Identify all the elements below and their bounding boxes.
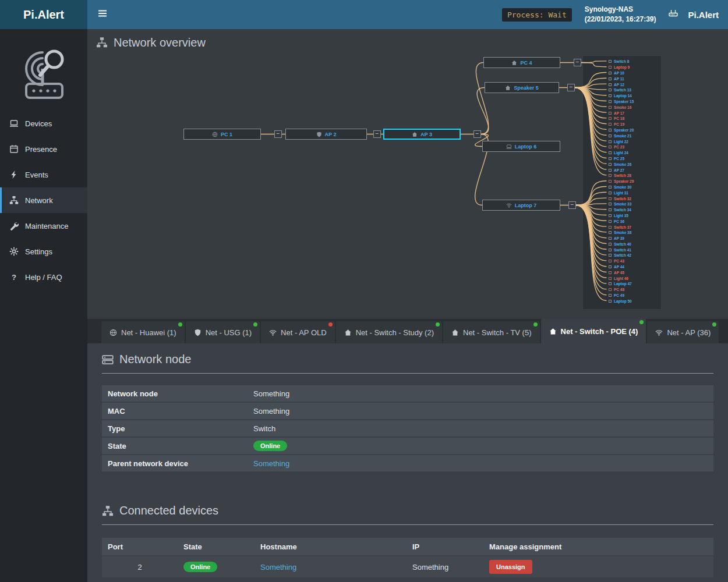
device-list-item[interactable]: AP 44 [583,264,661,270]
tab-net-ap-old[interactable]: Net - AP OLD [261,321,335,343]
laptop-icon [506,144,512,150]
device-icon [609,288,612,291]
device-list-item[interactable]: Light 35 [583,213,661,219]
sidebar-item-presence[interactable]: Presence [0,136,87,162]
device-icon [609,83,612,86]
device-list-item[interactable]: PC 48 [583,287,661,293]
device-list-item[interactable]: Speaker 20 [583,127,661,133]
manage-cell: Unassign [483,560,713,574]
device-list-item[interactable]: Smoke 21 [583,133,661,139]
device-icon [609,157,612,160]
device-list-item[interactable]: AP 10 [583,70,661,76]
info-row-parent-network-device: Parent network deviceSomething [102,455,713,471]
topology-node-pc-4[interactable]: PC 4 [483,57,560,68]
device-list-item[interactable]: Laptop 47 [583,281,661,287]
device-list-item[interactable]: AP 39 [583,236,661,242]
sidebar-item-devices[interactable]: Devices [0,111,87,136]
device-list-item[interactable]: AP 11 [583,76,661,81]
device-label: Switch 40 [614,242,631,246]
device-list-item[interactable]: PC 43 [583,258,661,264]
device-list-item[interactable]: Smoke 33 [583,201,661,207]
brand-logo[interactable]: Pi.Alert [0,0,87,29]
topology-node-laptop-7[interactable]: Laptop 7 [482,200,560,211]
device-list-item[interactable]: Smoke 16 [583,104,661,110]
status-dot [178,322,182,327]
device-list-item[interactable]: Switch 13 [583,87,661,93]
collapse-connector[interactable]: − [568,201,576,209]
sidebar-item-events[interactable]: Events [0,162,87,187]
device-list-item[interactable]: Light 31 [583,190,661,196]
parent-device-link[interactable]: Something [253,459,289,468]
device-list-item[interactable]: Light 24 [583,150,661,156]
device-icon [609,106,612,109]
device-list-item[interactable]: PC 18 [583,116,661,122]
device-icon [609,260,612,262]
device-list-item[interactable]: Light 46 [583,275,661,281]
collapse-connector[interactable]: − [473,130,481,138]
node-label: Speaker 5 [514,85,539,91]
device-list-item[interactable]: Switch 8 [583,59,661,65]
tab-net-ap-36[interactable]: Net - AP (36) [647,321,719,343]
collapse-connector[interactable]: − [567,84,575,91]
device-list-item[interactable]: Smoke 30 [583,184,661,190]
tab-net-switch-poe-4[interactable]: Net - Switch - POE (4) [541,319,646,343]
device-list-item[interactable]: AP 17 [583,110,661,116]
device-label: Laptop 14 [614,94,632,98]
device-list-item[interactable]: Laptop 14 [583,93,661,99]
device-list-item[interactable]: PC 23 [583,144,661,150]
tab-net-usg-1[interactable]: Net - USG (1) [186,321,260,343]
device-list-item[interactable]: PC 25 [583,156,661,162]
tab-net-huawei-1[interactable]: Net - Huawei (1) [101,321,185,343]
info-label: Type [102,424,253,433]
device-list-item[interactable]: Laptop 9 [583,65,661,70]
topology-node-ap-2[interactable]: AP 2 [285,129,367,140]
device-list-item[interactable]: Switch 41 [583,247,661,253]
device-list-item[interactable]: PC 19 [583,122,661,127]
device-list-item[interactable]: AP 27 [583,167,661,173]
hamburger-icon [98,9,107,20]
collapse-connector[interactable]: − [373,130,381,138]
device-icon [609,180,612,183]
pialert-router-icon [669,8,683,22]
tab-net-switch-tv-5[interactable]: Net - Switch - TV (5) [443,321,540,343]
unassign-button[interactable]: Unassign [489,560,532,574]
device-list-item[interactable]: Switch 32 [583,196,661,201]
hamburger-menu-button[interactable] [87,0,118,29]
topology-node-laptop-6[interactable]: Laptop 6 [482,141,560,152]
device-list-item[interactable]: Smoke 26 [583,161,661,167]
sidebar-item-label: Devices [25,119,52,128]
device-icon [609,191,612,194]
device-list-item[interactable]: Smoke 38 [583,230,661,236]
device-list-item[interactable]: Laptop 50 [583,298,661,304]
device-list-item[interactable]: Light 22 [583,139,661,144]
status-badge: Online [183,562,217,572]
question-icon: ? [9,272,19,282]
device-list-item[interactable]: Speaker 29 [583,179,661,184]
device-list-item[interactable]: Switch 28 [583,173,661,179]
device-list-item[interactable]: Switch 40 [583,242,661,247]
network-overview-icon [96,37,108,48]
topology-node-ap-3[interactable]: AP 3 [383,129,461,140]
collapse-connector[interactable]: − [574,59,581,66]
device-list-item[interactable]: Switch 42 [583,253,661,258]
device-list-item[interactable]: PC 36 [583,218,661,224]
tab-net-switch-study-2[interactable]: Net - Switch - Study (2) [336,321,442,343]
topology-node-pc-1[interactable]: PC 1 [183,129,261,140]
network-node-table: Network nodeSomethingMACSomethingTypeSwi… [102,385,713,471]
house-icon [549,328,557,335]
device-list-item[interactable]: AP 45 [583,269,661,275]
sidebar-item-maintenance[interactable]: Maintenance [0,213,87,239]
device-list-item[interactable]: Switch 37 [583,224,661,230]
topology-node-speaker-5[interactable]: Speaker 5 [485,82,559,93]
device-list-item[interactable]: Switch 34 [583,207,661,213]
hostname-link[interactable]: Something [260,563,296,572]
device-list-item[interactable]: Speaker 15 [583,99,661,105]
sidebar-item-settings[interactable]: Settings [0,239,87,264]
device-list-item[interactable]: AP 12 [583,81,661,87]
svg-text:?: ? [12,273,16,282]
device-list-item[interactable]: PC 49 [583,293,661,299]
sidebar-item-help-faq[interactable]: ?Help / FAQ [0,264,87,290]
sidebar-item-network[interactable]: Network [0,187,87,213]
nas-name: Synology-NAS [585,5,656,15]
collapse-connector[interactable]: − [274,130,282,138]
